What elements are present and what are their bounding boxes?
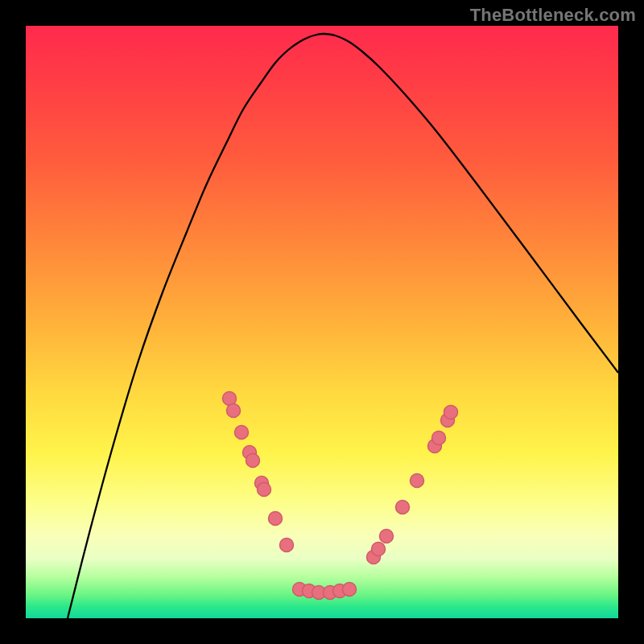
data-dot [444,406,458,419]
data-dot [235,426,249,440]
data-dot [227,404,241,418]
bottleneck-curve [68,34,618,618]
data-dot [432,431,446,445]
curve-layer [26,26,618,618]
data-dot [280,539,294,552]
data-dot [269,512,283,526]
data-dot [343,583,357,597]
data-dots [223,392,458,600]
data-dot [396,501,410,514]
watermark-text: TheBottleneck.com [470,5,636,26]
data-dot [246,454,260,468]
data-dot [372,543,386,556]
plot-area [26,26,618,618]
data-dot [258,483,271,497]
data-dot [380,530,394,543]
chart-frame: TheBottleneck.com [0,0,644,644]
data-dot [411,474,424,488]
